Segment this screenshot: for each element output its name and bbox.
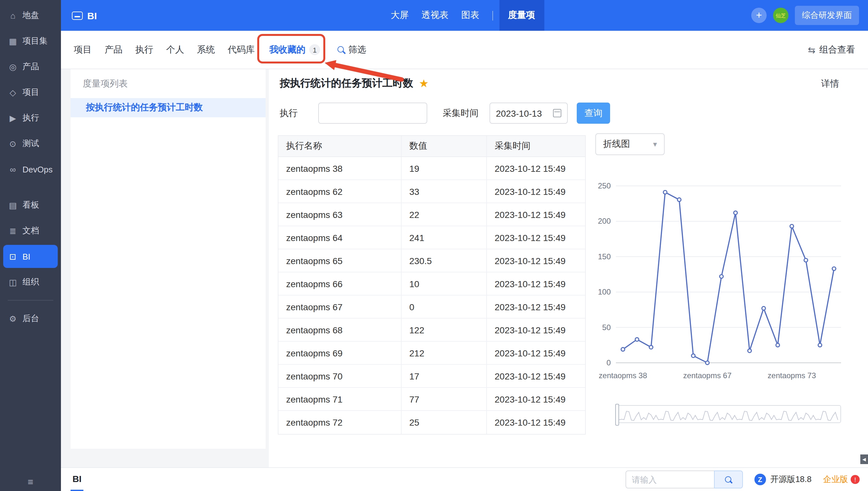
app-title: BI: [87, 10, 97, 21]
combine-view-label: 组合查看: [819, 44, 855, 55]
table-cell: 2023-10-12 15:49: [487, 226, 585, 249]
bi-logo-icon: [72, 11, 83, 20]
table-cell: zentaopms 72: [278, 411, 402, 434]
footer-search-button[interactable]: [714, 470, 742, 488]
table-cell: 212: [402, 342, 487, 364]
testing-icon: ⊙: [8, 139, 18, 148]
metric-list-item[interactable]: 按执行统计的任务预计工时数: [71, 98, 266, 117]
metric-title-row: 按执行统计的任务预计工时数 ★: [280, 77, 429, 90]
version-info[interactable]: Z 开源版18.8: [754, 474, 812, 485]
enterprise-label: 企业版: [823, 474, 848, 485]
combine-view-button[interactable]: ⇆ 组合查看: [808, 44, 855, 55]
table-cell: 2023-10-12 15:49: [487, 295, 585, 318]
sidebar-item-dashboard[interactable]: ⌂ 地盘: [0, 3, 61, 28]
metric-list-title: 度量项列表: [71, 69, 266, 98]
execution-filter-input[interactable]: [318, 103, 427, 124]
sidebar-item-organization[interactable]: ◫ 组织: [0, 269, 61, 295]
table-row: zentaopms 65230.52023-10-12 15:49: [278, 249, 585, 272]
table-row: zentaopms 62332023-10-12 15:49: [278, 180, 585, 203]
organization-icon: ◫: [8, 277, 18, 287]
date-picker[interactable]: [489, 103, 568, 124]
calendar-icon: [553, 109, 561, 117]
table-cell: 10: [402, 272, 487, 295]
sidebar-collapse-button[interactable]: ≡: [0, 476, 61, 487]
devops-icon: ∞: [8, 165, 18, 174]
bi-icon: ⊡: [8, 252, 18, 261]
column-header-value: 数值: [402, 136, 487, 156]
svg-text:200: 200: [598, 216, 611, 225]
table-cell: 2023-10-12 15:49: [487, 365, 585, 387]
table-cell: 230.5: [402, 249, 487, 272]
tab-my-favorites[interactable]: 我收藏的 1: [261, 44, 328, 55]
favorites-count-badge: 1: [309, 44, 320, 55]
avatar[interactable]: 仙芝: [773, 8, 788, 23]
sidebar-item-project[interactable]: ◇ 项目: [0, 80, 61, 105]
tab-product[interactable]: 产品: [98, 44, 129, 55]
favorite-star-icon[interactable]: ★: [419, 78, 429, 89]
sidebar-item-label: 组织: [23, 276, 39, 288]
nav-item-chart[interactable]: 图表: [455, 0, 486, 31]
footer-search-input[interactable]: [625, 470, 714, 488]
tab-personal[interactable]: 个人: [160, 44, 191, 55]
svg-text:zentaopms 73: zentaopms 73: [767, 371, 816, 380]
footer-tab-bi[interactable]: BI: [71, 468, 83, 491]
sidebar-item-product[interactable]: ◎ 产品: [0, 54, 61, 80]
table-row: zentaopms 63222023-10-12 15:49: [278, 203, 585, 226]
sidebar-item-testing[interactable]: ⊙ 测试: [0, 131, 61, 156]
svg-text:100: 100: [598, 288, 611, 296]
table-cell: zentaopms 65: [278, 249, 402, 272]
query-button[interactable]: 查询: [577, 103, 610, 124]
table-cell: 77: [402, 388, 487, 410]
sidebar-item-execution[interactable]: ▶ 执行: [0, 105, 61, 131]
tab-execution[interactable]: 执行: [129, 44, 160, 55]
add-button[interactable]: +: [751, 8, 767, 23]
table-cell: 17: [402, 365, 487, 387]
filter-row: 执行 采集时间 查询: [280, 103, 610, 124]
chevron-down-icon: ▾: [653, 140, 657, 149]
home-icon: ⌂: [8, 10, 18, 20]
tab-repo[interactable]: 代码库: [221, 44, 261, 55]
date-input[interactable]: [496, 108, 550, 118]
sidebar-item-bi[interactable]: ⊡ BI: [3, 245, 58, 268]
table-cell: 25: [402, 411, 487, 434]
table-cell: 241: [402, 226, 487, 249]
nav-item-bigscreen[interactable]: 大屏: [384, 0, 415, 31]
table-row: zentaopms 38192023-10-12 15:49: [278, 157, 585, 180]
tab-system[interactable]: 系统: [191, 44, 221, 55]
sidebar-item-doc[interactable]: ≣ 文档: [0, 218, 61, 243]
detail-link[interactable]: 详情: [821, 78, 839, 90]
chart-type-select[interactable]: 折线图 ▾: [595, 133, 664, 155]
scrollbar-arrow[interactable]: ◀: [860, 455, 868, 464]
nav-item-metrics[interactable]: 度量项: [499, 0, 544, 31]
svg-text:zentaopms 38: zentaopms 38: [599, 371, 647, 380]
table-cell: 2023-10-12 15:49: [487, 342, 585, 364]
sidebar-item-kanban[interactable]: ▤ 看板: [0, 192, 61, 218]
table-cell: 2023-10-12 15:49: [487, 203, 585, 226]
nav-item-pivot[interactable]: 透视表: [415, 0, 455, 31]
table-cell: 33: [402, 180, 487, 203]
svg-text:zentaopms 67: zentaopms 67: [683, 371, 732, 380]
datazoom-slider[interactable]: [616, 405, 841, 423]
sidebar-item-devops[interactable]: ∞ DevOps: [0, 156, 61, 182]
svg-text:50: 50: [602, 323, 611, 332]
workspace-button[interactable]: 综合研发界面: [795, 6, 859, 25]
sidebar-item-label: 后台: [23, 313, 39, 324]
chart-type-value: 折线图: [603, 139, 630, 150]
sidebar-item-program[interactable]: ▦ 项目集: [0, 28, 61, 54]
metric-table: 执行名称 数值 采集时间 zentaopms 38192023-10-12 15…: [278, 135, 586, 435]
sidebar-group-gap: [0, 182, 61, 192]
menu-collapse-icon: ≡: [28, 476, 33, 487]
enterprise-link[interactable]: 企业版 !: [823, 474, 860, 485]
filter-button[interactable]: 筛选: [328, 44, 375, 55]
sidebar-item-admin[interactable]: ⚙ 后台: [0, 306, 61, 331]
datazoom-sparkline: [617, 406, 840, 423]
table-cell: zentaopms 69: [278, 342, 402, 364]
enterprise-badge: !: [851, 475, 860, 484]
datazoom-handle[interactable]: [615, 404, 619, 426]
table-cell: 0: [402, 295, 487, 318]
nav-divider: [492, 10, 493, 20]
collect-time-label: 采集时间: [443, 107, 479, 119]
sidebar-item-label: 地盘: [23, 10, 39, 21]
line-chart: 050100150200250zentaopms 38zentaopms 67z…: [593, 160, 852, 391]
tab-project[interactable]: 项目: [67, 44, 98, 55]
